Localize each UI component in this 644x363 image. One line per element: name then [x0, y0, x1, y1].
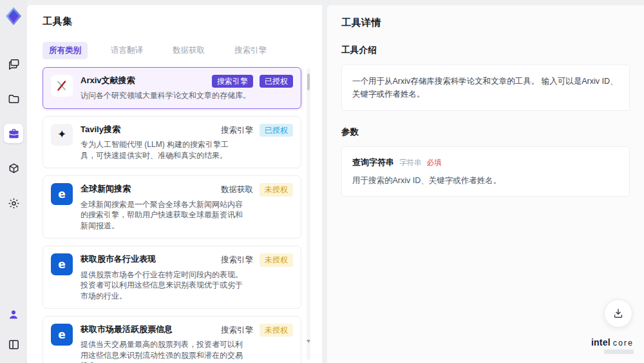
category-label: 搜索引擎	[221, 255, 253, 266]
category-badge: 搜索引擎	[212, 75, 253, 88]
tool-card-arxiv[interactable]: Arxiv文献搜索 搜索引擎 已授权 访问各个研究领域大量科学论文和文章的存储库…	[43, 67, 301, 109]
tool-card-tavily[interactable]: ✦ Tavily搜索 搜索引擎 已授权 专为人工智能代理 (LLM) 构建的搜索…	[43, 116, 301, 168]
tool-name: 全球新闻搜索	[80, 183, 131, 194]
tool-card-sector-performance[interactable]: e 获取股市各行业表现 搜索引擎 未授权 提供股票市场各个行业在特定时间段内的表…	[43, 246, 301, 309]
sidebar-item-chat[interactable]	[4, 54, 23, 74]
param-required-flag: 必填	[427, 158, 442, 168]
tool-description: 专为人工智能代理 (LLM) 构建的搜索引擎工具，可快速提供实时、准确和真实的结…	[80, 139, 243, 161]
param-name: 查询字符串	[352, 157, 394, 168]
intel-brand-text: intel	[591, 337, 611, 348]
tool-card-global-news[interactable]: e 全球新闻搜索 数据获取 未授权 全球新闻搜索是一个聚合全球各大新闻网站内容的…	[43, 175, 301, 239]
sidebar-item-files[interactable]	[4, 89, 23, 108]
tool-list-panel: 工具集 所有类别 语言翻译 数据获取 搜索引擎 Arxiv文献搜索 搜索引擎 已…	[27, 5, 322, 363]
tab-data-fetch[interactable]: 数据获取	[166, 42, 211, 59]
status-badge: 未授权	[260, 324, 293, 337]
tool-name: 获取股市各行业表现	[80, 253, 156, 264]
download-icon	[612, 308, 624, 319]
params-section-header: 参数	[341, 126, 630, 138]
category-label: 搜索引擎	[221, 325, 253, 336]
tool-name: Tavily搜索	[80, 124, 120, 135]
tab-search-engine[interactable]: 搜索引擎	[228, 42, 273, 59]
status-badge: 未授权	[260, 183, 293, 196]
param-type: 字符串	[399, 158, 422, 168]
tool-description: 提供股票市场各个行业在特定时间段内的表现。投资者可以利用这些信息来识别表现优于或…	[80, 270, 243, 302]
tool-name: 获取市场最活跃股票信息	[80, 324, 173, 335]
stock-logo-icon: e	[51, 324, 73, 346]
status-badge: 已授权	[260, 124, 293, 137]
sidebar-item-settings[interactable]	[4, 193, 23, 213]
page-title: 工具集	[43, 15, 310, 28]
intro-text: 一个用于从Arxiv存储库搜索科学论文和文章的工具。 输入可以是Arxiv ID…	[352, 75, 619, 101]
user-icon	[8, 309, 19, 320]
news-search-logo-icon: e	[51, 183, 73, 205]
sidebar-item-account[interactable]	[4, 305, 23, 324]
tool-description: 提供当天交易量最高的股票列表，投资者可以利用这些信息来识别流动性强的股票和潜在的…	[80, 339, 243, 363]
param-description: 用于搜索的Arxiv ID、关键字或作者姓名。	[352, 175, 619, 186]
intel-core-sublogo	[604, 349, 634, 354]
sparkle-icon: ✦	[51, 124, 73, 146]
tool-description: 访问各个研究领域大量科学论文和文章的存储库。	[80, 90, 293, 101]
intro-box: 一个用于从Arxiv存储库搜索科学论文和文章的工具。 输入可以是Arxiv ID…	[341, 64, 630, 111]
panel-layout-icon	[8, 338, 20, 351]
tool-detail-panel: 工具详情 工具介绍 一个用于从Arxiv存储库搜索科学论文和文章的工具。 输入可…	[327, 5, 644, 363]
gear-icon	[8, 197, 20, 210]
tool-description: 全球新闻搜索是一个聚合全球各大新闻网站内容的搜索引擎，帮助用户快速获取全球最新资…	[80, 199, 243, 231]
scroll-down-arrow-icon[interactable]	[307, 340, 310, 343]
tab-all-categories[interactable]: 所有类别	[43, 42, 88, 59]
sidebar-item-tools[interactable]	[4, 124, 23, 143]
briefcase-icon	[8, 128, 20, 140]
scrollbar[interactable]	[307, 68, 310, 360]
intro-section-header: 工具介绍	[341, 44, 630, 56]
stock-logo-icon: e	[51, 253, 73, 275]
category-label: 数据获取	[221, 184, 253, 195]
scrollbar-thumb[interactable]	[307, 74, 310, 90]
detail-title: 工具详情	[341, 17, 630, 29]
chat-icon	[8, 58, 20, 70]
tool-card-active-stocks[interactable]: e 获取市场最活跃股票信息 搜索引擎 未授权 提供当天交易量最高的股票列表，投资…	[43, 316, 301, 363]
download-button[interactable]	[604, 299, 632, 328]
tool-list: Arxiv文献搜索 搜索引擎 已授权 访问各个研究领域大量科学论文和文章的存储库…	[43, 67, 310, 363]
param-box: 查询字符串 字符串 必填 用于搜索的Arxiv ID、关键字或作者姓名。	[341, 146, 630, 197]
icon-rail	[0, 0, 27, 363]
cube-icon	[8, 162, 20, 175]
arxiv-logo-icon	[51, 75, 73, 97]
core-brand-text: core	[613, 338, 634, 348]
tab-language-translation[interactable]: 语言翻译	[104, 42, 149, 59]
status-badge: 未授权	[260, 253, 293, 266]
category-tabs: 所有类别 语言翻译 数据获取 搜索引擎	[43, 42, 310, 59]
status-badge: 已授权	[260, 75, 293, 88]
category-label: 搜索引擎	[221, 125, 253, 136]
sidebar-item-packages[interactable]	[4, 159, 23, 178]
intel-core-logo: intel core	[591, 337, 634, 354]
tool-name: Arxiv文献搜索	[80, 75, 135, 86]
sidebar-item-collapse[interactable]	[4, 335, 23, 354]
app-logo-gem-icon[interactable]	[3, 5, 24, 27]
folder-icon	[8, 93, 20, 105]
